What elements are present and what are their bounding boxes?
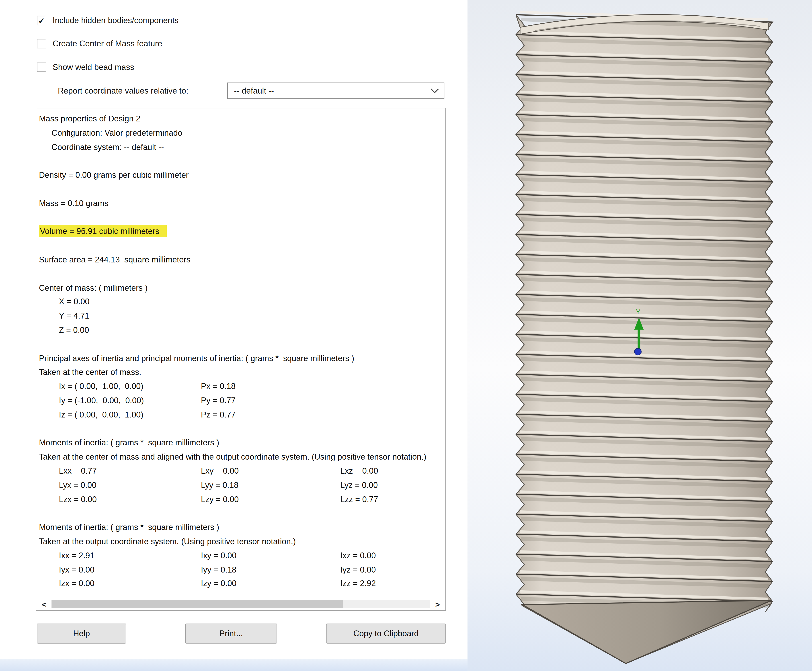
print-button[interactable]: Print... — [185, 623, 277, 644]
report-line-volume: Volume = 96.91 cubic millimeters — [39, 225, 445, 239]
report-line — [39, 337, 445, 351]
mass-properties-dialog: Include hidden bodies/components Create … — [0, 0, 468, 659]
checkbox-show-weld-bead-mass[interactable]: Show weld bead mass — [37, 63, 134, 72]
mass-report-text: Mass properties of Design 2 Configuratio… — [36, 108, 445, 591]
checkbox-box-icon[interactable] — [37, 16, 46, 25]
report-line: Lzx = 0.00Lzy = 0.00Lzz = 0.77 — [39, 492, 445, 506]
checkbox-box-icon[interactable] — [37, 63, 46, 72]
report-line: X = 0.00 — [39, 295, 445, 309]
report-line: Moments of inertia: ( grams * square mil… — [39, 521, 445, 535]
report-line: Taken at the center of mass and aligned … — [39, 450, 445, 464]
report-line: Mass properties of Design 2 — [39, 112, 445, 126]
report-line: Configuration: Valor predeterminado — [39, 126, 445, 140]
checkbox-box-icon[interactable] — [37, 39, 46, 48]
report-line — [39, 267, 445, 281]
report-line: Taken at the center of mass. — [39, 366, 445, 380]
volume-highlight: Volume = 96.91 cubic millimeters — [39, 225, 167, 237]
report-line: Surface area = 244.13 square millimeters — [39, 253, 445, 267]
checkbox-label: Create Center of Mass feature — [53, 39, 162, 48]
coordinate-system-value: -- default -- — [234, 86, 274, 95]
graphics-viewport[interactable]: Y — [467, 0, 812, 671]
horizontal-scrollbar[interactable]: < > — [36, 598, 445, 610]
center-of-mass-point — [635, 348, 641, 355]
report-line: Lyx = 0.00Lyy = 0.18Lyz = 0.00 — [39, 478, 445, 492]
scroll-left-button[interactable]: < — [41, 600, 48, 608]
chevron-down-icon — [430, 85, 439, 93]
report-line: Iy = (-1.00, 0.00, 0.00)Py = 0.77 — [39, 393, 445, 408]
help-button[interactable]: Help — [37, 623, 126, 644]
coordinate-system-select[interactable]: -- default -- — [227, 83, 445, 99]
scrollbar-track[interactable] — [51, 600, 430, 608]
report-line: Center of mass: ( millimeters ) — [39, 281, 445, 295]
report-line — [39, 154, 445, 168]
screw-3d-model: Y — [467, 0, 812, 671]
report-line: Izx = 0.00Izy = 0.00Izz = 2.92 — [39, 577, 445, 591]
copy-to-clipboard-button[interactable]: Copy to Clipboard — [326, 623, 446, 644]
report-line: Taken at the output coordinate system. (… — [39, 535, 445, 549]
report-line: Y = 4.71 — [39, 309, 445, 323]
report-line: Iz = ( 0.00, 0.00, 1.00)Pz = 0.77 — [39, 408, 445, 422]
report-line: Ixx = 2.91Ixy = 0.00Ixz = 0.00 — [39, 549, 445, 563]
report-line — [39, 211, 445, 225]
report-line — [39, 422, 445, 436]
scroll-right-button[interactable]: > — [434, 600, 441, 608]
report-line: Principal axes of inertia and principal … — [39, 351, 445, 366]
scrollbar-thumb[interactable] — [51, 600, 343, 608]
report-line: Mass = 0.10 grams — [39, 196, 445, 211]
report-line: Density = 0.00 grams per cubic millimete… — [39, 169, 445, 182]
checkbox-label: Include hidden bodies/components — [53, 16, 179, 25]
mass-properties-window: Include hidden bodies/components Create … — [0, 0, 812, 671]
report-line: Ix = ( 0.00, 1.00, 0.00)Px = 0.18 — [39, 380, 445, 393]
mass-report-box: Mass properties of Design 2 Configuratio… — [36, 108, 446, 611]
status-strip — [0, 659, 467, 671]
report-line: Coordinate system: -- default -- — [39, 140, 445, 154]
report-line — [39, 506, 445, 520]
checkbox-label: Show weld bead mass — [53, 63, 134, 72]
report-line: Lxx = 0.77Lxy = 0.00Lxz = 0.00 — [39, 464, 445, 478]
checkbox-create-center-of-mass[interactable]: Create Center of Mass feature — [37, 39, 162, 48]
report-line — [39, 239, 445, 253]
coordinate-selector-row: Report coordinate values relative to: --… — [58, 83, 445, 99]
coordinate-selector-label: Report coordinate values relative to: — [58, 86, 227, 95]
report-line — [39, 182, 445, 196]
y-axis-label: Y — [636, 308, 640, 316]
report-line: Moments of inertia: ( grams * square mil… — [39, 436, 445, 450]
checkbox-include-hidden-bodies[interactable]: Include hidden bodies/components — [37, 16, 179, 25]
report-line: Z = 0.00 — [39, 323, 445, 337]
report-line: Iyx = 0.00Iyy = 0.18Iyz = 0.00 — [39, 563, 445, 577]
